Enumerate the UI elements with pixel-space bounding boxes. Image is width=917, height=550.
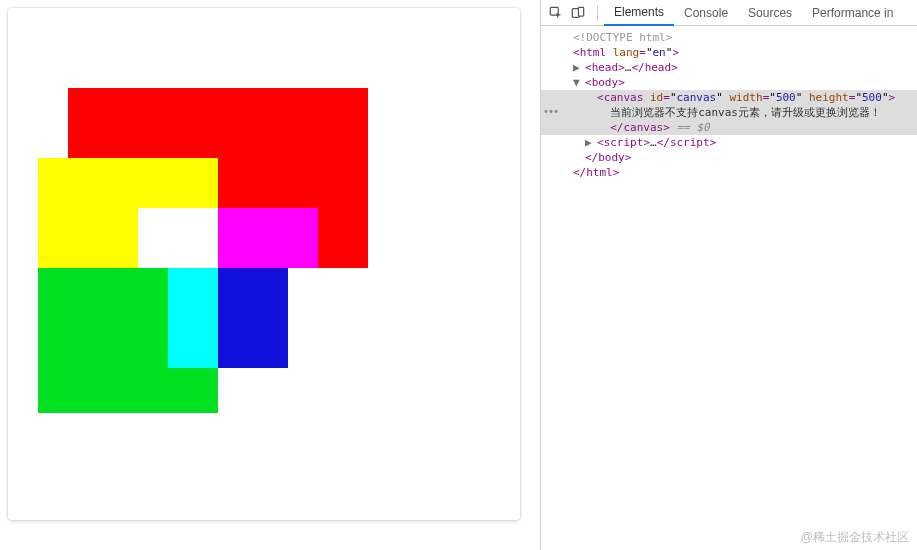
dom-head[interactable]: ▶<head>…</head> — [541, 60, 917, 75]
rect-magenta — [218, 208, 318, 268]
tab-elements[interactable]: Elements — [604, 0, 674, 26]
device-toolbar-icon[interactable] — [569, 4, 587, 22]
tab-sources[interactable]: Sources — [738, 0, 802, 26]
dom-body-close[interactable]: </body> — [541, 150, 917, 165]
dom-doctype[interactable]: <!DOCTYPE html> — [541, 30, 917, 45]
rect-cyan — [168, 268, 218, 368]
tab-performance[interactable]: Performance in — [802, 0, 903, 26]
devtools-panel: Elements Console Sources Performance in … — [540, 0, 917, 550]
dom-canvas-open[interactable]: <canvas id="canvas" width="500" height="… — [541, 90, 917, 105]
rect-blue — [218, 268, 288, 368]
dom-tree[interactable]: ••• <!DOCTYPE html> <html lang="en"> ▶<h… — [541, 26, 917, 550]
inspect-element-icon[interactable] — [547, 4, 565, 22]
svg-rect-2 — [578, 7, 583, 16]
dom-body-open[interactable]: ▼<body> — [541, 75, 917, 90]
devtools-toolbar: Elements Console Sources Performance in — [541, 0, 917, 26]
gutter-more-icon[interactable]: ••• — [543, 104, 558, 119]
dom-html-close[interactable]: </html> — [541, 165, 917, 180]
watermark-text: @稀土掘金技术社区 — [801, 529, 909, 546]
dom-html-open[interactable]: <html lang="en"> — [541, 45, 917, 60]
dom-script[interactable]: ▶<script>…</script> — [541, 135, 917, 150]
tab-console[interactable]: Console — [674, 0, 738, 26]
page-preview-pane — [0, 0, 540, 550]
dom-canvas-fallback-text[interactable]: 当前浏览器不支持canvas元素，请升级或更换浏览器！ — [541, 105, 917, 120]
toolbar-separator — [597, 5, 598, 21]
canvas-element — [8, 8, 520, 520]
dom-canvas-close[interactable]: </canvas> == $0 — [541, 120, 917, 135]
